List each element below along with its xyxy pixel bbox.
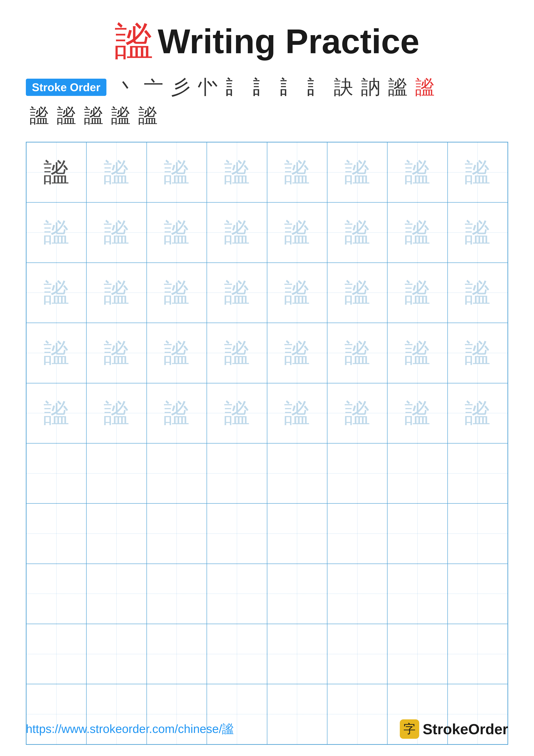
grid-cell[interactable]: 謐: [327, 323, 387, 383]
grid-cell[interactable]: 謐: [327, 383, 387, 443]
grid-cell[interactable]: [447, 624, 508, 684]
grid-cell[interactable]: [327, 503, 387, 564]
stroke-10: 訥: [361, 74, 380, 100]
grid-cell[interactable]: 謐: [387, 202, 447, 262]
grid-cell[interactable]: 謐: [147, 263, 207, 323]
grid-cell[interactable]: 謐: [267, 323, 327, 383]
grid-cell[interactable]: 謐: [87, 263, 146, 323]
grid-cell[interactable]: [147, 503, 207, 564]
grid-cell[interactable]: 謐: [207, 383, 267, 443]
grid-cell[interactable]: 謐: [207, 323, 267, 383]
grid-cell[interactable]: [447, 564, 508, 624]
practice-char: 謐: [224, 220, 250, 245]
grid-cell[interactable]: 謐: [87, 202, 146, 262]
grid-cell[interactable]: 謐: [147, 383, 207, 443]
grid-cell[interactable]: 謐: [327, 142, 387, 202]
grid-cell[interactable]: 謐: [447, 202, 508, 262]
grid-cell[interactable]: [147, 564, 207, 624]
grid-cell[interactable]: [327, 564, 387, 624]
page: 謐 Writing Practice Stroke Order 丶 亠 彡 㣺 …: [0, 0, 534, 756]
grid-cell[interactable]: [87, 624, 146, 684]
grid-cell[interactable]: 謐: [267, 202, 327, 262]
practice-char: 謐: [284, 220, 310, 245]
grid-cell[interactable]: 謐: [327, 263, 387, 323]
grid-cell[interactable]: [387, 624, 447, 684]
grid-cell[interactable]: 謐: [26, 142, 87, 202]
grid-cell[interactable]: 謐: [447, 263, 508, 323]
practice-char: 謐: [104, 340, 129, 366]
grid-cell[interactable]: 謐: [387, 142, 447, 202]
grid-cell[interactable]: 謐: [207, 202, 267, 262]
grid-cell[interactable]: [387, 503, 447, 564]
grid-row-9: [26, 624, 508, 684]
grid-cell[interactable]: [447, 503, 508, 564]
grid-cell[interactable]: 謐: [26, 202, 87, 262]
grid-cell[interactable]: 謐: [26, 263, 87, 323]
grid-cell[interactable]: [267, 564, 327, 624]
grid-cell[interactable]: 謐: [447, 323, 508, 383]
grid-row-4: 謐 謐 謐 謐 謐 謐 謐 謐: [26, 323, 508, 383]
grid-cell[interactable]: [87, 503, 146, 564]
grid-cell[interactable]: [387, 443, 447, 503]
stroke-12: 謐: [415, 74, 435, 100]
grid-cell[interactable]: 謐: [207, 142, 267, 202]
grid-row-1: 謐 謐 謐 謐 謐 謐 謐 謐: [26, 142, 508, 202]
grid-cell[interactable]: [147, 443, 207, 503]
brand-name: StrokeOrder: [423, 721, 508, 738]
practice-char: 謐: [224, 340, 250, 366]
grid-cell[interactable]: [267, 503, 327, 564]
grid-cell[interactable]: [147, 624, 207, 684]
grid-cell[interactable]: [327, 443, 387, 503]
stroke-order-badge: Stroke Order: [26, 79, 106, 96]
grid-cell[interactable]: [207, 503, 267, 564]
grid-cell[interactable]: [327, 624, 387, 684]
grid-cell[interactable]: 謐: [87, 142, 146, 202]
grid-cell[interactable]: [87, 564, 146, 624]
grid-row-2: 謐 謐 謐 謐 謐 謐 謐 謐: [26, 202, 508, 262]
grid-cell[interactable]: [207, 443, 267, 503]
grid-cell[interactable]: 謐: [267, 142, 327, 202]
stroke-3: 彡: [171, 74, 191, 100]
grid-cell[interactable]: 謐: [147, 142, 207, 202]
grid-cell[interactable]: 謐: [387, 263, 447, 323]
footer-brand: 字 StrokeOrder: [400, 719, 508, 739]
grid-cell[interactable]: [26, 624, 87, 684]
grid-cell[interactable]: 謐: [87, 323, 146, 383]
grid-cell[interactable]: [387, 564, 447, 624]
grid-cell[interactable]: [447, 443, 508, 503]
grid-cell[interactable]: [207, 564, 267, 624]
grid-cell[interactable]: 謐: [87, 383, 146, 443]
grid-cell[interactable]: [26, 443, 87, 503]
stroke-4: 㣺: [198, 74, 217, 100]
grid-cell[interactable]: [267, 443, 327, 503]
grid-cell[interactable]: 謐: [327, 202, 387, 262]
grid-cell[interactable]: 謐: [147, 323, 207, 383]
stroke-8: 訁: [307, 74, 326, 100]
grid-cell[interactable]: 謐: [387, 323, 447, 383]
grid-cell[interactable]: 謐: [447, 142, 508, 202]
grid-cell[interactable]: [26, 503, 87, 564]
grid-cell[interactable]: [207, 624, 267, 684]
stroke-14: 謐: [57, 103, 76, 129]
grid-cell[interactable]: [267, 624, 327, 684]
stroke-order-row-2: 謐 謐 謐 謐 謐: [26, 103, 508, 129]
grid-cell[interactable]: 謐: [267, 383, 327, 443]
title-character: 謐: [114, 22, 153, 61]
grid-cell[interactable]: 謐: [447, 383, 508, 443]
practice-char: 謐: [405, 400, 430, 426]
grid-cell[interactable]: [26, 564, 87, 624]
grid-cell[interactable]: 謐: [207, 263, 267, 323]
stroke-7: 訁: [280, 74, 299, 100]
grid-cell[interactable]: [87, 443, 146, 503]
grid-cell[interactable]: 謐: [26, 323, 87, 383]
practice-char: 謐: [465, 280, 491, 306]
stroke-13: 謐: [30, 103, 49, 129]
practice-char: 謐: [164, 340, 190, 366]
grid-cell[interactable]: 謐: [147, 202, 207, 262]
grid-cell[interactable]: 謐: [267, 263, 327, 323]
stroke-1: 丶: [117, 74, 136, 100]
grid-row-6: [26, 443, 508, 503]
footer: https://www.strokeorder.com/chinese/謐 字 …: [26, 719, 508, 739]
grid-cell[interactable]: 謐: [26, 383, 87, 443]
grid-cell[interactable]: 謐: [387, 383, 447, 443]
